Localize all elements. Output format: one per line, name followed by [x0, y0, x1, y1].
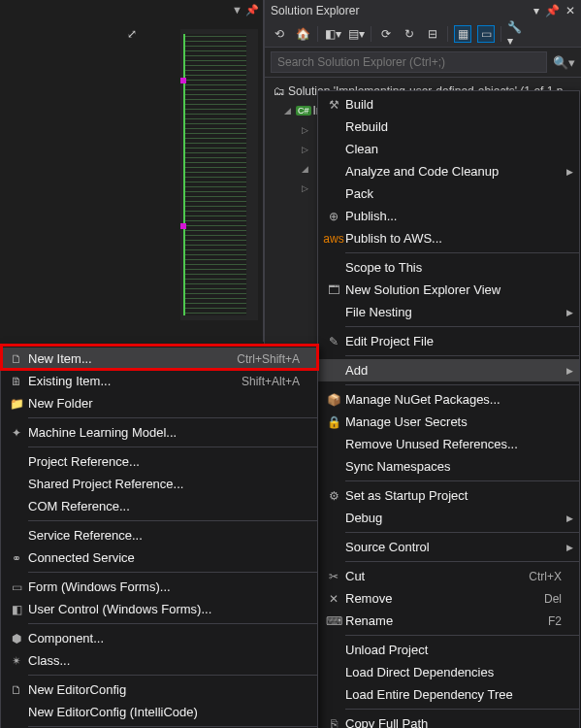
menu-ml-model[interactable]: ✦Machine Learning Model...: [1, 421, 317, 444]
dropdown-icon[interactable]: ▾: [533, 4, 539, 17]
filter-icon[interactable]: ▤▾: [347, 25, 365, 43]
copy-icon: ⎘: [322, 717, 345, 729]
menu-editorconfig-ic[interactable]: New EditorConfig (IntelliCode): [1, 701, 317, 723]
nuget-icon: 📦: [322, 393, 345, 407]
cut-icon: ✂: [322, 570, 345, 583]
menu-com-ref[interactable]: COM Reference...: [1, 495, 317, 517]
menu-rename[interactable]: ⌨RenameF2: [318, 610, 579, 632]
back-icon[interactable]: ⟲: [271, 25, 288, 43]
menu-connected-svc[interactable]: ⚭Connected Service: [1, 546, 317, 569]
menu-existing-item[interactable]: 🗎Existing Item...Shift+Alt+A: [1, 370, 317, 392]
menu-cut[interactable]: ✂CutCtrl+X: [318, 565, 579, 587]
menu-editorconfig[interactable]: 🗋New EditorConfig: [1, 678, 317, 701]
menu-class[interactable]: ✴Class...: [1, 649, 317, 672]
menu-source-control[interactable]: Source Control▶: [318, 536, 579, 558]
expand-icon[interactable]: ⤢: [127, 27, 137, 41]
menu-new-view[interactable]: 🗔New Solution Explorer View: [318, 279, 579, 301]
menu-nuget[interactable]: 📦Manage NuGet Packages...: [318, 388, 579, 411]
menu-svc-ref[interactable]: Service Reference...: [1, 524, 317, 546]
switch-views-icon[interactable]: ◧▾: [324, 25, 341, 43]
edit-icon: ✎: [322, 335, 345, 348]
chevron-right-icon: ▶: [566, 366, 573, 376]
solution-icon: 🗂: [271, 84, 288, 98]
menu-new-folder[interactable]: 📁New Folder: [1, 392, 317, 414]
code-minimap[interactable]: [180, 29, 258, 320]
menu-load-tree[interactable]: Load Entire Dependency Tree: [318, 683, 579, 706]
menu-publish-aws[interactable]: awsPublish to AWS...: [318, 227, 579, 249]
menu-copy-path[interactable]: ⎘Copy Full Path: [318, 712, 579, 728]
menu-rebuild[interactable]: Rebuild: [318, 116, 579, 138]
menu-component[interactable]: ⬢Component...: [1, 627, 317, 649]
search-input[interactable]: [271, 51, 547, 73]
rename-icon: ⌨: [322, 614, 345, 628]
menu-analyze[interactable]: Analyze and Code Cleanup▶: [318, 160, 579, 182]
panel-title-bar: Solution Explorer ▾ 📌 ✕: [265, 0, 581, 21]
menu-form[interactable]: ▭Form (Windows Forms)...: [1, 576, 317, 598]
menu-remove-refs[interactable]: Remove Unused References...: [318, 433, 579, 455]
home-icon[interactable]: 🏠: [294, 25, 311, 43]
pin-icon[interactable]: 📌: [545, 4, 560, 17]
properties-icon[interactable]: 🔧▾: [507, 25, 525, 43]
form-icon: ▭: [5, 580, 28, 594]
collapse-icon[interactable]: ⊟: [424, 25, 441, 43]
publish-icon: ⊕: [322, 210, 345, 223]
menu-user-control[interactable]: ◧User Control (Windows Forms)...: [1, 598, 317, 620]
menu-new-item[interactable]: 🗋New Item...Ctrl+Shift+A: [1, 347, 317, 370]
refresh-icon[interactable]: ↻: [401, 25, 418, 43]
menu-remove[interactable]: ✕RemoveDel: [318, 587, 579, 610]
menu-unload[interactable]: Unload Project: [318, 639, 579, 661]
menu-secrets[interactable]: 🔒Manage User Secrets: [318, 411, 579, 433]
connected-svc-icon: ⚭: [5, 551, 28, 565]
remove-icon: ✕: [322, 592, 345, 606]
menu-scope[interactable]: Scope to This: [318, 256, 579, 279]
chevron-right-icon: ▶: [566, 167, 573, 177]
preview-icon[interactable]: ▭: [477, 25, 495, 43]
startup-icon: ⚙: [322, 489, 345, 503]
build-icon: ⚒: [322, 98, 345, 112]
project-context-menu: ⚒Build Rebuild Clean Analyze and Code Cl…: [317, 90, 580, 728]
show-files-icon[interactable]: ▦: [454, 25, 471, 43]
existing-item-icon: 🗎: [5, 375, 28, 388]
aws-icon: aws: [322, 232, 345, 246]
menu-sync-ns[interactable]: Sync Namespaces: [318, 455, 579, 478]
chevron-right-icon: ▶: [566, 543, 573, 552]
class-icon: ✴: [5, 654, 28, 668]
menu-build[interactable]: ⚒Build: [318, 93, 579, 116]
ml-icon: ✦: [5, 426, 28, 440]
arrow-icon: ◢: [284, 106, 296, 116]
menu-debug[interactable]: Debug▶: [318, 507, 579, 529]
menu-add[interactable]: Add▶: [318, 359, 579, 381]
secrets-icon: 🔒: [322, 415, 345, 429]
solution-toolbar: ⟲ 🏠 ◧▾ ▤▾ ⟳ ↻ ⊟ ▦ ▭ 🔧▾: [265, 21, 581, 48]
menu-startup[interactable]: ⚙Set as Startup Project: [318, 484, 579, 507]
panel-title: Solution Explorer: [271, 4, 359, 17]
new-item-icon: 🗋: [5, 352, 28, 366]
chevron-right-icon: ▶: [566, 513, 573, 523]
sync-icon[interactable]: ⟳: [377, 25, 395, 43]
csharp-badge: C#: [296, 106, 311, 116]
menu-clean[interactable]: Clean: [318, 138, 579, 160]
chevron-right-icon: ▶: [566, 308, 573, 317]
search-row: 🔍▾: [265, 48, 581, 78]
menu-file-nesting[interactable]: File Nesting▶: [318, 301, 579, 323]
close-icon[interactable]: ✕: [565, 4, 575, 17]
pin-icon[interactable]: ▼ 📌: [232, 4, 259, 17]
editorconfig-icon: 🗋: [5, 683, 28, 697]
menu-shared-ref[interactable]: Shared Project Reference...: [1, 473, 317, 495]
menu-load-direct[interactable]: Load Direct Dependencies: [318, 661, 579, 683]
new-folder-icon: 📁: [5, 397, 28, 411]
search-go-icon[interactable]: 🔍▾: [553, 55, 575, 70]
component-icon: ⬢: [5, 632, 28, 645]
menu-proj-ref[interactable]: Project Reference...: [1, 450, 317, 473]
menu-edit-project[interactable]: ✎Edit Project File: [318, 330, 579, 352]
menu-publish[interactable]: ⊕Publish...: [318, 205, 579, 227]
new-view-icon: 🗔: [322, 283, 345, 297]
user-control-icon: ◧: [5, 603, 28, 616]
menu-pack[interactable]: Pack: [318, 182, 579, 205]
add-submenu: 🗋New Item...Ctrl+Shift+A 🗎Existing Item.…: [0, 345, 318, 728]
editor-area: ▼ 📌 ⤢: [0, 0, 264, 342]
